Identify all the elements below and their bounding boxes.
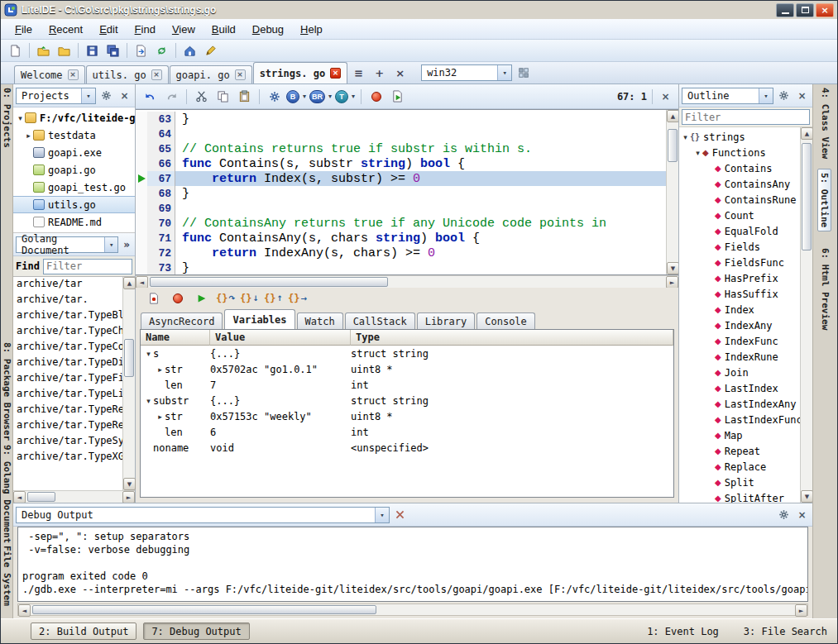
step-over-icon[interactable]: {}↷ xyxy=(216,293,235,304)
close-editor-icon[interactable]: × xyxy=(390,64,409,83)
step-into-icon[interactable]: {}↓ xyxy=(240,293,259,304)
panel-menu-gear-icon[interactable] xyxy=(776,507,792,522)
side-tab-8-package-browser[interactable]: 8: Package Browser xyxy=(2,342,12,441)
home-icon[interactable] xyxy=(180,41,199,60)
minimize-button[interactable] xyxy=(776,3,794,17)
title-bar[interactable]: LiteIDE - C:\Go\src\pkg\strings\strings.… xyxy=(1,1,837,19)
menu-item-file[interactable]: File xyxy=(7,21,40,38)
env-edit-icon[interactable] xyxy=(514,64,533,83)
outline-item-replace[interactable]: ◆Replace xyxy=(679,459,800,475)
variable-row-substr[interactable]: ▾substr{...}struct string xyxy=(141,393,673,408)
outline-item-join[interactable]: ◆Join xyxy=(679,365,800,380)
doc-list-item[interactable]: archive/tar.TypeRegA xyxy=(13,419,122,435)
status-file-search[interactable]: 3: File Search xyxy=(744,626,827,637)
scrollbar-thumb[interactable] xyxy=(668,129,678,162)
code-line[interactable]: 66func Contains(s, substr string) bool { xyxy=(136,156,666,171)
scroll-right-icon[interactable]: ► xyxy=(122,491,135,503)
code-line[interactable]: 72 return IndexAny(s, chars) >= 0 xyxy=(136,246,666,260)
export-file-icon[interactable] xyxy=(132,41,151,60)
tab-list-icon[interactable]: ≡ xyxy=(349,64,368,83)
expander-icon[interactable]: ▾ xyxy=(693,149,702,157)
line-number[interactable]: 72 xyxy=(147,246,175,260)
doc-list-item[interactable]: archive/tar.TypeCont xyxy=(13,341,122,356)
start-debug-icon[interactable] xyxy=(388,87,407,106)
outline-scrollbar[interactable]: ▲ ▼ xyxy=(800,127,812,503)
debug-tab-asyncrecord[interactable]: AsyncRecord xyxy=(141,312,223,329)
expander-icon[interactable]: ▸ xyxy=(156,365,165,374)
outline-item-lastindexfunc[interactable]: ◆LastIndexFunc xyxy=(679,412,800,427)
project-tree-item-utils-go[interactable]: utils.go xyxy=(13,196,135,213)
tab-close-icon[interactable]: × xyxy=(330,68,341,79)
line-number[interactable]: 69 xyxy=(147,201,175,216)
outline-item-contains[interactable]: ◆Contains xyxy=(679,160,800,176)
outline-view-combo[interactable]: Outline ▾ xyxy=(682,88,773,104)
code-line[interactable]: 71func ContainsAny(s, chars string) bool… xyxy=(136,231,666,246)
run-to-cursor-icon[interactable]: {}→ xyxy=(288,293,307,304)
side-tab-6-html-preview[interactable]: 6: Html Preview xyxy=(820,248,831,330)
chevron-down-icon[interactable]: ▾ xyxy=(328,93,332,100)
chevron-down-icon[interactable]: ▾ xyxy=(759,88,773,103)
doc-list-item[interactable]: archive/tar.TypeSymlink xyxy=(13,435,122,451)
code-line[interactable]: 63} xyxy=(136,112,666,126)
outline-item-lastindex[interactable]: ◆LastIndex xyxy=(679,380,800,396)
panel-close-icon[interactable]: × xyxy=(794,88,810,103)
cut-icon[interactable] xyxy=(192,87,211,106)
debug-tab-watch[interactable]: Watch xyxy=(297,312,343,329)
maximize-button[interactable] xyxy=(796,3,814,17)
save-all-icon[interactable] xyxy=(103,41,122,60)
edit-options-icon[interactable] xyxy=(201,41,220,60)
status-debug-output-button[interactable]: 7: Debug Output xyxy=(143,623,249,640)
scroll-down-icon[interactable]: ▼ xyxy=(123,478,136,490)
test-button[interactable]: T xyxy=(335,90,348,103)
doc-list-item[interactable]: archive/tar xyxy=(13,278,122,293)
expander-icon[interactable]: ▸ xyxy=(156,413,165,421)
code-line[interactable]: 70// ContainsAny returns true if any Uni… xyxy=(136,216,666,231)
outline-item-index[interactable]: ◆Index xyxy=(679,302,800,317)
column-header-name[interactable]: Name xyxy=(141,330,210,346)
reload-file-icon[interactable] xyxy=(152,41,171,60)
code-line[interactable]: 64 xyxy=(136,126,666,141)
outline-item-hassuffix[interactable]: ◆HasSuffix xyxy=(679,286,800,302)
step-out-icon[interactable]: {}↑ xyxy=(264,293,283,304)
outline-item-fields[interactable]: ◆Fields xyxy=(679,239,800,255)
status-build-output-button[interactable]: 2: Build Output xyxy=(31,623,136,640)
variable-row-len[interactable]: len6int xyxy=(141,424,673,440)
debug-tab-variables[interactable]: Variables xyxy=(224,309,294,329)
line-number[interactable]: 66 xyxy=(147,156,175,171)
outline-item-functions[interactable]: ▾◆Functions xyxy=(679,145,800,160)
outline-item-strings[interactable]: ▾{}strings xyxy=(679,129,800,145)
tab-strings-go[interactable]: strings. go× xyxy=(253,62,347,83)
redo-icon[interactable] xyxy=(162,87,181,106)
line-number[interactable]: 67 xyxy=(147,171,175,186)
chevron-down-icon[interactable]: ▾ xyxy=(375,508,389,522)
outline-item-hasprefix[interactable]: ◆HasPrefix xyxy=(679,270,800,286)
scroll-left-icon[interactable]: ◄ xyxy=(13,491,26,503)
outline-item-split[interactable]: ◆Split xyxy=(679,475,800,490)
chevron-down-icon[interactable]: ▾ xyxy=(303,93,306,100)
project-tree-item-readme-md[interactable]: README.md xyxy=(13,213,135,231)
tab-close-icon[interactable]: × xyxy=(68,69,79,80)
project-tree-item-testdata[interactable]: ▸testdata xyxy=(13,126,135,144)
outline-item-indexany[interactable]: ◆IndexAny xyxy=(679,317,800,333)
close-button[interactable]: × xyxy=(816,3,834,17)
debug-tab-library[interactable]: Library xyxy=(417,312,476,329)
outline-item-lastindexany[interactable]: ◆LastIndexAny xyxy=(679,396,800,412)
scroll-down-icon[interactable]: ▼ xyxy=(801,490,813,503)
line-number[interactable]: 68 xyxy=(147,186,175,201)
scroll-up-icon[interactable]: ▲ xyxy=(801,127,813,140)
panel-menu-gear-icon[interactable] xyxy=(98,88,114,103)
variable-row-s[interactable]: ▾s{...}struct string xyxy=(141,346,673,361)
outline-filter-input[interactable] xyxy=(682,109,810,125)
panel-close-icon[interactable]: × xyxy=(794,507,810,522)
menu-item-view[interactable]: View xyxy=(165,21,203,38)
doc-list-item[interactable]: archive/tar.TypeChar xyxy=(13,325,122,341)
outline-item-splitafter[interactable]: ◆SplitAfter xyxy=(679,490,800,503)
code-line[interactable]: 68} xyxy=(136,186,666,201)
code-line[interactable]: 67 return Index(s, substr) >= 0 xyxy=(136,171,666,186)
scroll-right-icon[interactable]: ► xyxy=(795,604,807,617)
debug-tab-console[interactable]: Console xyxy=(476,312,535,329)
panel-close-icon[interactable]: × xyxy=(117,88,132,103)
project-tree-item-goapi-exe[interactable]: goapi.exe xyxy=(13,144,135,161)
panel-overflow-icon[interactable]: » xyxy=(121,239,132,250)
code-line[interactable]: 73} xyxy=(136,260,666,274)
